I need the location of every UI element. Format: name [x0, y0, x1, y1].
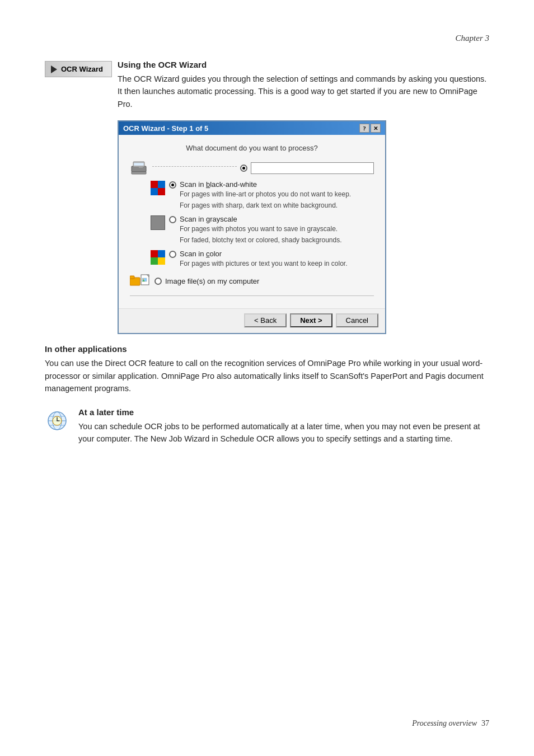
scan-options: Scan in black-and-white For pages with l…	[130, 180, 374, 269]
back-button[interactable]: < Back	[244, 313, 287, 327]
titlebar-buttons: ? ✕	[359, 124, 381, 133]
image-file-icon	[130, 273, 150, 289]
radio-color[interactable]	[169, 251, 176, 258]
scanner-icon	[130, 160, 148, 176]
close-icon[interactable]: ✕	[371, 124, 381, 133]
scan-color-label: Scan in color	[180, 250, 374, 258]
badge-arrow-icon	[51, 65, 57, 73]
scan-gray-desc2: For faded, blotchy text or colored, shad…	[180, 236, 374, 245]
dialog-titlebar: OCR Wizard - Step 1 of 5 ? ✕	[119, 121, 385, 135]
bw-underline: b	[206, 180, 210, 189]
bw-icon	[150, 180, 166, 196]
dialog-question: What document do you want to process?	[130, 144, 374, 152]
chapter-label: Chapter 3	[456, 34, 489, 43]
scan-color-row: Scan in color For pages with pictures or…	[150, 250, 374, 269]
footer-pagenum: 37	[481, 719, 489, 728]
other-apps-body: You can use the Direct OCR feature to ca…	[45, 357, 489, 395]
sidebar: OCR Wizard	[45, 60, 118, 344]
ocr-wizard-content: Using the OCR Wizard The OCR Wizard guid…	[118, 60, 489, 344]
dialog-box: OCR Wizard - Step 1 of 5 ? ✕ What docume…	[118, 120, 386, 334]
other-apps-section: In other applications You can use the Di…	[45, 344, 489, 395]
page-footer: Processing overview 37	[45, 719, 489, 728]
scan-gray-row: Scan in grayscale For pages with photos …	[150, 215, 374, 245]
ocr-wizard-section: OCR Wizard Using the OCR Wizard The OCR …	[45, 60, 489, 344]
color-icon	[150, 250, 166, 265]
image-files-row: Image file(s) on my computer	[130, 273, 374, 289]
color-underline: c	[206, 250, 210, 258]
ocr-wizard-badge: OCR Wizard	[45, 61, 112, 77]
page-container: Chapter 3 OCR Wizard Using the OCR Wizar…	[0, 0, 534, 756]
cancel-button[interactable]: Cancel	[336, 313, 378, 327]
badge-label: OCR Wizard	[61, 65, 103, 73]
scan-gray-desc1: For pages with photos you want to save i…	[180, 224, 374, 234]
dialog-wrapper: OCR Wizard - Step 1 of 5 ? ✕ What docume…	[118, 120, 489, 334]
ocr-wizard-body: The OCR Wizard guides you through the se…	[118, 73, 489, 110]
svg-rect-6	[130, 276, 134, 279]
scan-gray-label: Scan in grayscale	[180, 215, 374, 223]
dialog-title: OCR Wizard - Step 1 of 5	[123, 124, 208, 133]
later-time-section: At a later time You can schedule OCR job…	[45, 407, 489, 445]
radio-gray[interactable]	[169, 216, 176, 223]
image-label: Image file(s) on my computer	[165, 277, 259, 285]
later-time-content: At a later time You can schedule OCR job…	[78, 407, 489, 445]
svg-rect-3	[132, 172, 146, 174]
help-icon[interactable]: ?	[359, 124, 369, 133]
scan-gray-content: Scan in grayscale For pages with photos …	[180, 215, 374, 245]
scan-bw-content: Scan in black-and-white For pages with l…	[180, 180, 374, 210]
ocr-wizard-title: Using the OCR Wizard	[118, 60, 489, 69]
other-apps-title: In other applications	[45, 344, 489, 354]
later-time-body: You can schedule OCR jobs to be performe…	[78, 420, 489, 445]
scan-color-content: Scan in color For pages with pictures or…	[180, 250, 374, 269]
footer-label: Processing overview	[412, 719, 477, 728]
scan-bw-desc1: For pages with line-art or photos you do…	[180, 190, 374, 199]
svg-point-9	[143, 279, 144, 280]
scan-bw-desc2: For pages with sharp, dark text on white…	[180, 201, 374, 210]
schedule-icon	[45, 408, 69, 431]
dialog-body: What document do you want to process?	[119, 135, 385, 308]
image-option-row: Image file(s) on my computer	[154, 277, 374, 285]
radio-image[interactable]	[154, 278, 162, 285]
dialog-footer: < Back Next > Cancel	[119, 308, 385, 333]
gray-icon	[150, 215, 166, 231]
scan-bw-label: Scan in black-and-white	[180, 180, 374, 189]
next-button[interactable]: Next >	[290, 313, 332, 327]
later-time-title: At a later time	[78, 407, 489, 417]
gray-underline: g	[206, 215, 210, 223]
svg-rect-2	[134, 163, 144, 166]
chapter-header: Chapter 3	[45, 34, 489, 43]
scan-bw-row: Scan in black-and-white For pages with l…	[150, 180, 374, 210]
dialog-separator	[130, 295, 374, 296]
radio-paper[interactable]	[240, 165, 247, 172]
scan-color-desc: For pages with pictures or text you want…	[180, 259, 374, 269]
radio-bw[interactable]	[169, 181, 176, 189]
paper-document-input[interactable]: Paper document in my scanner	[251, 162, 374, 174]
